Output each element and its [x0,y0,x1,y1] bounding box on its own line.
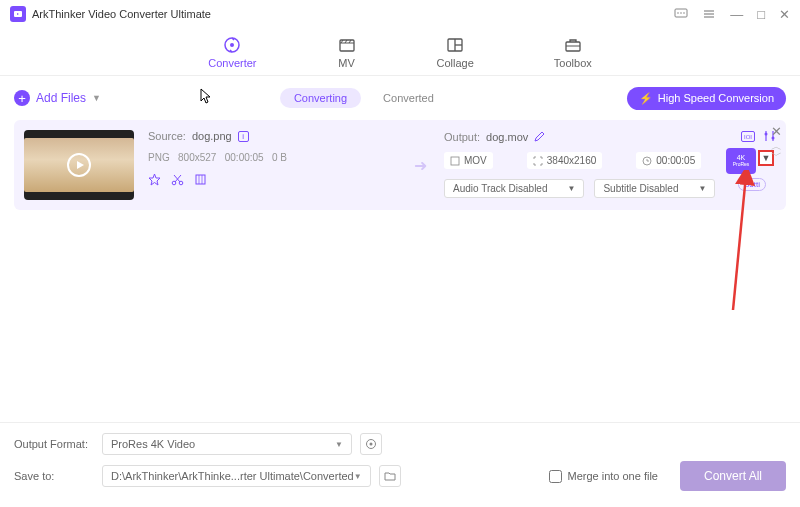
minimize-button[interactable]: — [730,7,743,22]
audio-track-value: Audio Track Disabled [453,183,548,194]
merge-label: Merge into one file [567,470,658,482]
format-badge: 4K ProRes [726,148,756,174]
nav-mv[interactable]: MV [337,35,357,69]
source-resolution: 800x527 [178,152,216,163]
save-to-value: D:\ArkThinker\ArkThinke...rter Ultimate\… [111,470,354,482]
collage-icon [445,35,465,55]
source-info-icon[interactable]: i [238,131,249,142]
main-nav: Converter MV Collage Toolbox [0,28,800,76]
high-speed-button[interactable]: ⚡ High Speed Conversion [627,87,786,110]
rename-icon[interactable] [534,131,545,144]
subtitle-select[interactable]: Subtitle Disabled ▼ [594,179,715,198]
maximize-button[interactable]: □ [757,7,765,22]
converter-icon [222,35,242,55]
output-format-box: MOV [444,152,493,169]
svg-rect-28 [451,157,459,165]
svg-point-33 [370,443,373,446]
save-to-label: Save to: [14,470,94,482]
format-settings-button[interactable] [360,433,382,455]
item-settings-button[interactable]: Setti [738,178,766,191]
lightning-icon: ⚡ [639,92,653,105]
footer: Output Format: ProRes 4K Video ▼ Save to… [0,422,800,507]
open-folder-button[interactable] [379,465,401,487]
convert-all-button[interactable]: Convert All [680,461,786,491]
merge-checkbox[interactable] [549,470,562,483]
source-label: Source: [148,130,186,142]
chevron-down-icon: ▼ [92,93,101,103]
output-format-select[interactable]: ProRes 4K Video ▼ [102,433,352,455]
feedback-icon[interactable] [674,7,688,21]
plus-icon: + [14,90,30,106]
film-icon [450,156,460,166]
mv-icon [337,35,357,55]
nav-toolbox[interactable]: Toolbox [554,35,592,69]
tab-converting[interactable]: Converting [280,88,361,108]
svg-rect-21 [196,175,205,184]
chevron-down-icon: ▼ [335,440,343,449]
merge-checkbox-label[interactable]: Merge into one file [549,470,658,483]
tab-converted[interactable]: Converted [369,88,448,108]
nav-converter-label: Converter [208,57,256,69]
remove-item-button[interactable]: ✕ [771,124,782,139]
svg-point-10 [230,43,234,47]
output-filename: dog.mov [486,131,528,143]
output-label: Output: [444,131,480,143]
clock-icon [642,156,652,166]
nav-collage[interactable]: Collage [437,35,474,69]
add-files-button[interactable]: + Add Files ▼ [14,90,101,106]
menu-icon[interactable] [702,7,716,21]
output-resolution-box: 3840x2160 [527,152,603,169]
compress-icon[interactable]: IOI [741,131,755,144]
nav-converter[interactable]: Converter [208,35,256,69]
svg-text:IOI: IOI [744,134,752,140]
svg-point-26 [765,133,768,136]
nav-toolbox-label: Toolbox [554,57,592,69]
file-item: Source: dog.png i PNG 800x527 00:00:05 0… [14,120,786,210]
edit-star-icon[interactable] [148,173,161,188]
subtitle-value: Subtitle Disabled [603,183,678,194]
source-metadata: PNG 800x527 00:00:05 0 B [148,152,388,163]
nav-collage-label: Collage [437,57,474,69]
save-to-select[interactable]: D:\ArkThinker\ArkThinke...rter Ultimate\… [102,465,371,487]
nav-mv-label: MV [338,57,355,69]
chevron-down-icon: ▼ [568,184,576,193]
source-filename: dog.png [192,130,232,142]
high-speed-label: High Speed Conversion [658,92,774,104]
chevron-down-icon: ▼ [698,184,706,193]
svg-point-5 [683,12,685,14]
source-format: PNG [148,152,170,163]
source-duration: 00:00:05 [225,152,264,163]
audio-track-select[interactable]: Audio Track Disabled ▼ [444,179,584,198]
close-button[interactable]: ✕ [779,7,790,22]
toolbox-icon [563,35,583,55]
output-format: MOV [464,155,487,166]
toolbar: + Add Files ▼ Converting Converted ⚡ Hig… [0,82,800,114]
video-thumbnail[interactable] [24,130,134,200]
svg-point-3 [677,12,679,14]
svg-point-4 [680,12,682,14]
output-duration: 00:00:05 [656,155,695,166]
app-logo-icon [10,6,26,22]
output-duration-box: 00:00:05 [636,152,701,169]
reorder-arrows[interactable]: ︿﹀ [771,142,782,160]
arrow-right-icon: ➜ [414,156,427,175]
output-format-value: ProRes 4K Video [111,438,195,450]
chevron-down-icon: ▼ [354,472,362,481]
app-title: ArkThinker Video Converter Ultimate [32,8,674,20]
titlebar: ArkThinker Video Converter Ultimate — □ … [0,0,800,28]
source-size: 0 B [272,152,287,163]
add-files-label: Add Files [36,91,86,105]
expand-icon [533,156,543,166]
play-icon [67,153,91,177]
cut-icon[interactable] [171,173,184,188]
output-resolution: 3840x2160 [547,155,597,166]
badge-prores-label: ProRes [733,162,750,168]
output-format-label: Output Format: [14,438,94,450]
enhance-icon[interactable] [194,173,207,188]
